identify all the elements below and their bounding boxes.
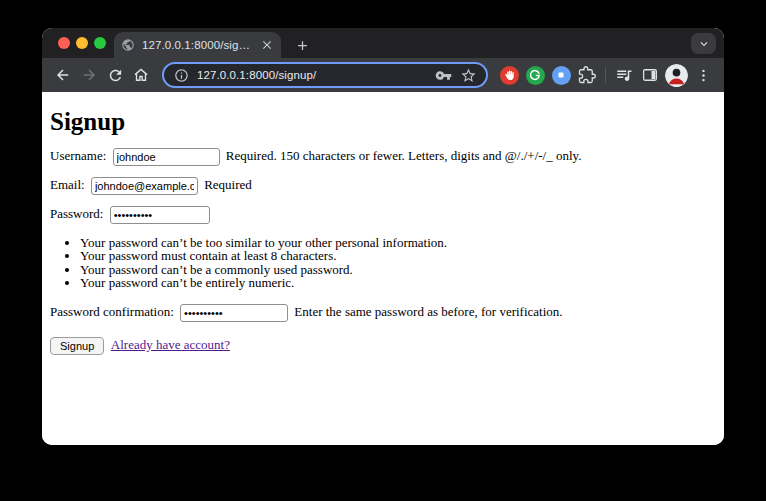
back-button[interactable] [50,62,76,88]
password-confirmation-input[interactable] [180,304,288,322]
page-content: Signup Username: Required. 150 character… [42,92,724,445]
form-actions: Signup Already have account? [50,335,716,355]
login-link[interactable]: Already have account? [111,337,230,352]
password-label: Password: [50,206,103,221]
url-text[interactable]: 127.0.0.1:8000/signup/ [197,69,435,81]
address-bar[interactable]: 127.0.0.1:8000/signup/ [162,62,488,88]
globe-favicon-icon [121,38,135,52]
password-rule: Your password can’t be a commonly used p… [80,263,716,276]
browser-toolbar: 127.0.0.1:8000/signup/ [42,58,724,92]
toolbar-separator [605,67,606,83]
password-confirmation-row: Password confirmation: Enter the same pa… [50,302,716,322]
username-input[interactable] [113,148,220,166]
tab-search-button[interactable] [691,33,716,54]
password-rule: Your password can’t be entirely numeric. [80,276,716,289]
fullscreen-window-button[interactable] [94,37,106,49]
username-label: Username: [50,148,106,163]
active-tab[interactable]: 127.0.0.1:8000/signup/ [114,32,281,58]
new-tab-button[interactable] [290,33,314,57]
password-confirmation-label: Password confirmation: [50,304,174,319]
grammarly-extension-icon[interactable] [522,62,548,88]
close-window-button[interactable] [58,37,70,49]
tab-strip: 127.0.0.1:8000/signup/ [42,28,724,58]
password-input[interactable] [110,206,210,224]
password-manager-key-icon[interactable] [435,67,452,84]
username-row: Username: Required. 150 characters or fe… [50,146,716,166]
minimize-window-button[interactable] [76,37,88,49]
reload-button[interactable] [102,62,128,88]
window-controls [58,28,106,58]
bookmark-star-icon[interactable] [460,67,477,84]
media-controls-icon[interactable] [611,62,637,88]
password-rule: Your password can’t be too similar to yo… [80,236,716,249]
kebab-menu-icon[interactable] [690,62,716,88]
site-info-icon[interactable] [173,67,190,84]
email-row: Email: Required [50,175,716,195]
adblock-extension-icon[interactable] [496,62,522,88]
username-help: Required. 150 characters or fewer. Lette… [226,148,582,163]
tab-close-icon[interactable] [260,38,274,52]
password-confirmation-help: Enter the same password as before, for v… [294,304,562,319]
email-help: Required [204,177,252,192]
email-input[interactable] [91,177,198,195]
profile-avatar[interactable] [665,64,688,87]
blue-extension-icon[interactable] [548,62,574,88]
page-title: Signup [50,108,716,136]
password-row: Password: [50,204,716,224]
side-panel-icon[interactable] [637,62,663,88]
forward-button[interactable] [76,62,102,88]
email-label: Email: [50,177,85,192]
browser-window: 127.0.0.1:8000/signup/ 12 [42,28,724,445]
password-rule: Your password must contain at least 8 ch… [80,249,716,262]
password-rules-list: Your password can’t be too similar to yo… [50,236,716,290]
home-button[interactable] [128,62,154,88]
extensions-puzzle-icon[interactable] [574,62,600,88]
signup-button[interactable]: Signup [50,337,104,355]
tab-title: 127.0.0.1:8000/signup/ [142,39,254,51]
